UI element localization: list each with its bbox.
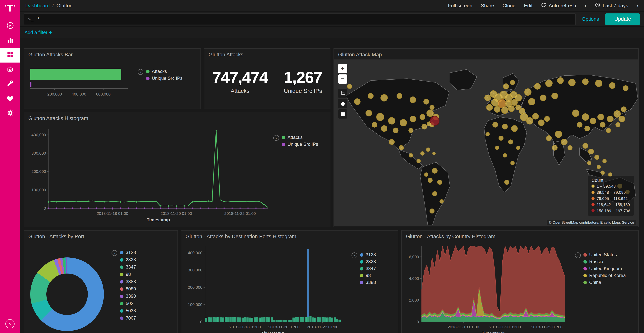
sidebar-item-management[interactable] — [0, 106, 20, 121]
legend-item[interactable]: Attacks — [282, 135, 318, 140]
metric-label: Unique Src IPs — [284, 88, 322, 94]
svg-text:100,000: 100,000 — [188, 302, 202, 307]
legend-item[interactable]: Attacks — [146, 69, 182, 74]
add-filter-link[interactable]: Add a filter+ — [24, 30, 52, 35]
breadcrumb: Dashboard / Glutton — [25, 3, 72, 9]
legend-item[interactable]: 98 — [360, 273, 376, 278]
query-options-link[interactable]: Options — [582, 16, 599, 22]
polygon-tool-button[interactable] — [338, 99, 347, 108]
ports-donut-chart — [30, 257, 104, 331]
legend-item[interactable]: Unique Src IPs — [146, 76, 182, 81]
legend-item[interactable]: 1 – 39,548 — [592, 184, 630, 188]
legend-item[interactable]: 118,642 – 158,189 — [592, 202, 630, 207]
wrench-icon — [6, 80, 14, 89]
search-query-input[interactable]: >_ * — [24, 13, 576, 25]
legend-item[interactable]: 158,189 – 197,736 — [592, 208, 630, 213]
world-map[interactable]: + − Count 1 – 39,54839,548 – 79,09579,09… — [334, 60, 638, 226]
clock-icon — [595, 2, 600, 9]
map-attribution: © OpenStreetMap contributors, Elastic Ma… — [546, 220, 636, 225]
legend-item[interactable]: 3347 — [120, 264, 136, 270]
legend-item[interactable]: 2323 — [360, 259, 376, 264]
auto-refresh-button[interactable]: Auto-refresh — [541, 2, 576, 9]
legend-label: Attacks — [288, 135, 303, 140]
legend-label: 3128 — [126, 250, 136, 255]
legend-item[interactable]: China — [584, 280, 626, 285]
legend-item[interactable]: 39,548 – 79,095 — [592, 190, 630, 194]
rectangle-tool-button[interactable] — [338, 109, 347, 119]
svg-text:Timestamp: Timestamp — [261, 331, 284, 333]
crop-tool-button[interactable] — [338, 89, 347, 98]
sidebar-item-discover[interactable] — [0, 19, 20, 33]
legend-color-dot — [282, 136, 285, 139]
svg-text:400,000: 400,000 — [72, 92, 86, 96]
chart-legend: › 312823233347983388 — [352, 252, 376, 285]
filter-bar: Add a filter+ — [20, 27, 644, 38]
update-button[interactable]: Update — [605, 13, 640, 25]
sidebar-item-visualize[interactable] — [0, 33, 20, 48]
legend-item[interactable]: 3388 — [360, 280, 376, 285]
legend-toggle-icon[interactable]: › — [352, 252, 357, 258]
legend-item[interactable]: United Kingdom — [584, 266, 626, 271]
clone-button[interactable]: Clone — [502, 3, 516, 9]
legend-item[interactable]: 3128 — [360, 252, 376, 257]
sidebar-item-bot[interactable] — [0, 63, 20, 77]
legend-label: Republic of Korea — [589, 273, 626, 278]
sidebar-collapse-button[interactable]: › — [5, 319, 14, 328]
legend-item[interactable]: Republic of Korea — [584, 273, 626, 278]
legend-color-dot — [584, 260, 587, 263]
svg-text:2018-11-20 01:00: 2018-11-20 01:00 — [268, 325, 300, 329]
time-range-picker[interactable]: Last 7 days — [595, 2, 628, 9]
svg-text:200,000: 200,000 — [32, 169, 46, 174]
gear-icon — [6, 109, 14, 118]
legend-toggle-icon[interactable]: › — [112, 250, 117, 256]
legend-item[interactable]: 8080 — [120, 286, 136, 291]
map-count-legend: Count 1 – 39,54839,548 – 79,09579,095 – … — [588, 176, 634, 216]
legend-toggle-icon[interactable]: › — [273, 135, 279, 141]
legend-label: 3388 — [126, 279, 136, 284]
legend-item[interactable]: 79,095 – 118,642 — [592, 196, 630, 201]
legend-label: Unique Src IPs — [152, 76, 182, 81]
metric-label: Attacks — [212, 88, 268, 94]
panel-title: Glutton Attacks Histogram — [24, 112, 330, 121]
legend-item[interactable]: 5038 — [120, 308, 136, 313]
full-screen-button[interactable]: Full screen — [448, 3, 472, 9]
panel-title: Glutton - Attacks by Destination Ports H… — [181, 231, 398, 239]
breadcrumb-dashboard-link[interactable]: Dashboard — [25, 3, 50, 9]
country-histogram-chart: 02,0004,0006,0002018-11-18 01:002018-11-… — [404, 241, 569, 333]
legend-label: 118,642 – 158,189 — [597, 202, 630, 207]
legend-item[interactable]: Russia — [584, 259, 626, 264]
legend-label: 98 — [366, 273, 371, 278]
legend-item[interactable]: United States — [584, 252, 626, 257]
legend-label: China — [589, 280, 601, 285]
share-button[interactable]: Share — [481, 3, 494, 9]
legend-item[interactable]: 3347 — [360, 266, 376, 271]
legend-item[interactable]: 98 — [120, 272, 136, 277]
legend-item[interactable]: 7007 — [120, 315, 136, 321]
svg-text:400,000: 400,000 — [188, 250, 202, 255]
legend-item[interactable]: 502 — [120, 301, 136, 306]
legend-toggle-icon[interactable]: › — [138, 69, 143, 75]
svg-text:2018-11-22 01:00: 2018-11-22 01:00 — [307, 325, 338, 329]
chart-legend: › 3128232333479833888080339050250387007 — [112, 250, 136, 321]
time-back-chevron[interactable]: ‹ — [584, 2, 587, 9]
edit-button[interactable]: Edit — [524, 3, 533, 9]
legend-item[interactable]: 2323 — [120, 257, 136, 262]
zoom-in-button[interactable]: + — [338, 64, 347, 73]
legend-item[interactable]: 3390 — [120, 293, 136, 299]
sidebar-item-dashboard[interactable] — [0, 48, 20, 63]
legend-toggle-icon[interactable]: › — [575, 252, 581, 258]
map-legend-title: Count — [592, 178, 630, 183]
legend-item[interactable]: 3128 — [120, 250, 136, 255]
legend-color-dot — [584, 267, 587, 270]
legend-label: 158,189 – 197,736 — [597, 208, 630, 213]
time-forward-chevron[interactable]: › — [636, 2, 639, 9]
sidebar-item-dev-tools[interactable] — [0, 77, 20, 92]
sidebar-item-monitoring[interactable] — [0, 92, 20, 106]
legend-label: 79,095 – 118,642 — [597, 196, 628, 201]
legend-color-dot — [360, 274, 364, 277]
zoom-out-button[interactable]: − — [338, 74, 347, 84]
panel-title: Glutton Attack Map — [334, 49, 638, 58]
legend-item[interactable]: 3388 — [120, 279, 136, 284]
legend-item[interactable]: Unique Src IPs — [282, 142, 318, 147]
query-prompt-icon: >_ — [28, 16, 34, 22]
